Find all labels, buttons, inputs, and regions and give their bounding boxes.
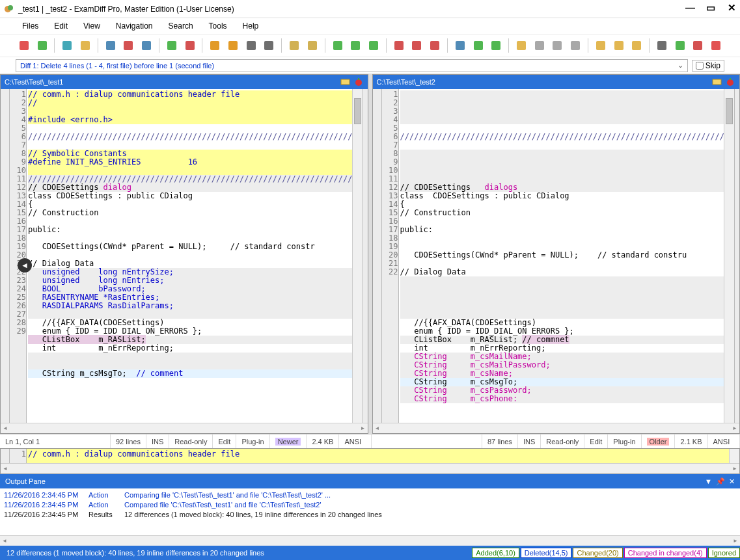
edit-left-icon[interactable] — [163, 37, 180, 54]
filter2-icon[interactable] — [531, 37, 548, 54]
menu-search[interactable]: Search — [162, 20, 200, 32]
save-icon[interactable] — [102, 37, 119, 54]
down-icon[interactable] — [628, 37, 645, 54]
left-line-numbers: 1234567891011121314151617181920212223242… — [10, 89, 27, 423]
skip-input[interactable] — [696, 62, 704, 70]
diff-combo[interactable]: Diff 1: Delete 4 lines (1 - 4, first fil… — [16, 59, 688, 72]
maximize-button[interactable]: ▭ — [706, 5, 715, 14]
output-pin-icon[interactable]: 📌 — [716, 477, 725, 486]
view-vert-icon[interactable] — [409, 37, 426, 54]
chevron-down-icon: ⌄ — [678, 61, 683, 70]
svg-rect-23 — [456, 41, 465, 50]
current-diff-icon[interactable] — [365, 37, 382, 54]
menu-edit[interactable]: Edit — [48, 20, 74, 32]
skip-checkbox[interactable]: Skip — [692, 60, 724, 72]
copy-right-icon[interactable] — [225, 37, 241, 54]
right-gutter — [373, 89, 382, 423]
menu-files[interactable]: Files — [16, 20, 45, 32]
svg-point-38 — [355, 79, 362, 86]
left-scrollbar-v[interactable] — [352, 89, 363, 423]
right-file-path: C:\Test\Test\_test2 — [377, 78, 435, 86]
up-icon[interactable] — [592, 37, 609, 54]
svg-rect-12 — [228, 41, 238, 50]
apple-icon[interactable] — [725, 77, 735, 87]
svg-rect-22 — [430, 41, 439, 50]
toggle-1-icon[interactable] — [452, 37, 469, 54]
toggle-2-icon[interactable] — [470, 37, 487, 54]
right-scrollbar-v[interactable] — [724, 89, 734, 423]
svg-point-1 — [8, 5, 13, 10]
svg-rect-13 — [247, 41, 256, 50]
chip-deleted[interactable]: Deleted(14,5) — [521, 548, 572, 558]
refresh-icon[interactable] — [34, 37, 51, 54]
svg-rect-26 — [517, 41, 526, 50]
svg-rect-15 — [290, 41, 299, 50]
view-single-icon[interactable] — [426, 37, 443, 54]
undo-icon[interactable] — [286, 37, 303, 54]
chip-ignored[interactable]: Ignored — [708, 548, 740, 558]
svg-rect-30 — [596, 41, 605, 50]
output-menu-icon[interactable]: ▼ — [705, 477, 712, 485]
chip-added[interactable]: Added(6,10) — [472, 548, 519, 558]
left-plugin[interactable]: Plug-in — [236, 434, 269, 448]
footer-summary: 12 differences (1 moved block): 40 lines… — [0, 549, 471, 557]
copy-left-icon[interactable] — [206, 37, 223, 54]
filter4-icon[interactable] — [567, 37, 584, 54]
menu-help[interactable]: Help — [236, 20, 266, 32]
right-plugin[interactable]: Plug-in — [608, 434, 641, 448]
preview-icon[interactable] — [261, 37, 278, 54]
mark-icon[interactable] — [610, 37, 627, 54]
svg-rect-19 — [369, 41, 378, 50]
prev-diff-icon[interactable] — [329, 37, 346, 54]
svg-rect-2 — [20, 41, 29, 50]
save-red-icon[interactable] — [120, 37, 137, 54]
detail-scrollbar-v[interactable] — [729, 449, 739, 463]
prev-file-icon[interactable] — [59, 37, 75, 54]
detail-scrollbar-h[interactable] — [1, 463, 739, 473]
filter3-icon[interactable] — [549, 37, 566, 54]
output-row: 11/26/2016 2:34:45 PMResults12 differenc… — [0, 509, 740, 519]
print-icon[interactable] — [243, 37, 260, 54]
right-pane: C:\Test\Test\_test2 12345678910111213141… — [372, 74, 741, 434]
right-code[interactable]: ////////////////////////////////////////… — [399, 89, 724, 423]
toggle-3-icon[interactable] — [487, 37, 504, 54]
app-icon — [4, 4, 14, 14]
output-scrollbar-h[interactable] — [0, 535, 740, 546]
footer-bar: 12 differences (1 moved block): 40 lines… — [0, 546, 740, 560]
output-close-icon[interactable]: ✕ — [729, 477, 735, 486]
right-edit[interactable]: Edit — [584, 434, 608, 448]
menu-view[interactable]: View — [77, 20, 107, 32]
redo-icon[interactable] — [304, 37, 321, 54]
folder-icon[interactable] — [340, 77, 351, 87]
find-next-icon[interactable] — [672, 37, 689, 54]
next-diff-icon[interactable] — [347, 37, 364, 54]
menu-tools[interactable]: Tools — [202, 20, 234, 32]
svg-rect-14 — [264, 41, 273, 50]
save-both-icon[interactable] — [138, 37, 155, 54]
compare-icon[interactable] — [16, 37, 33, 54]
edit-right-icon[interactable] — [182, 37, 199, 54]
chip-changed[interactable]: Changed(20) — [573, 548, 622, 558]
left-scrollbar-h[interactable] — [1, 423, 368, 433]
svg-rect-33 — [657, 41, 666, 50]
options-icon[interactable] — [707, 37, 724, 54]
close-button[interactable]: ✕ — [727, 5, 736, 14]
find-icon[interactable] — [653, 37, 670, 54]
apple-icon[interactable] — [353, 77, 364, 87]
output-row: 11/26/2016 2:34:45 PMActionCompared file… — [0, 500, 740, 509]
menu-navigation[interactable]: Navigation — [109, 20, 159, 32]
minimize-button[interactable]: — — [685, 5, 694, 14]
svg-rect-36 — [711, 41, 720, 50]
sync-arrow-icon[interactable]: ◄ — [18, 258, 32, 273]
chip-changed-in-changed[interactable]: Changed in changed(4) — [624, 548, 707, 558]
view-horiz-icon[interactable] — [391, 37, 407, 54]
find-prev-icon[interactable] — [690, 37, 707, 54]
left-edit[interactable]: Edit — [213, 434, 236, 448]
open-icon[interactable] — [77, 37, 94, 54]
folder-icon[interactable] — [712, 77, 722, 87]
left-code[interactable]: // comm.h : dialup communications header… — [27, 89, 352, 423]
filter-icon[interactable] — [513, 37, 530, 54]
left-minimap[interactable] — [363, 89, 368, 423]
right-scrollbar-h[interactable] — [373, 423, 740, 433]
right-minimap[interactable] — [734, 89, 739, 423]
